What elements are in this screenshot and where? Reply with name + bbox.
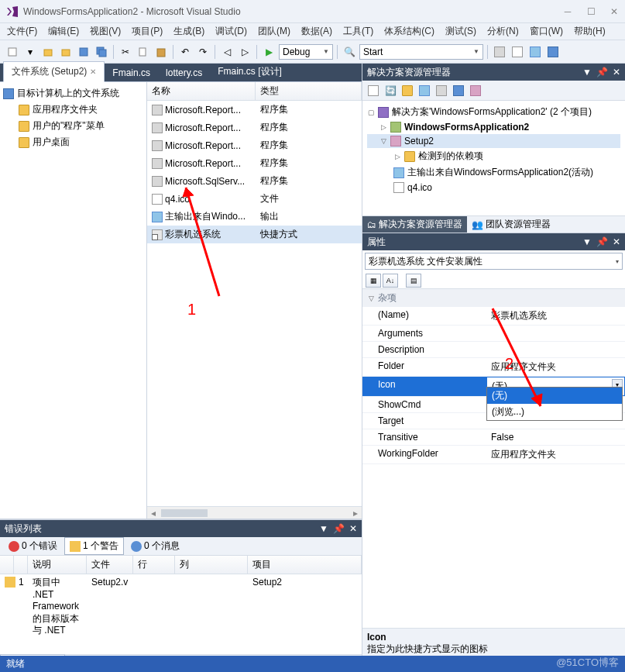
categorized-icon[interactable]: ▦	[366, 274, 381, 288]
fs-row[interactable]: q4.ico文件	[147, 190, 362, 208]
tb-icon-2[interactable]	[510, 44, 525, 60]
col-proj[interactable]: 项目	[248, 556, 362, 574]
pin-icon[interactable]: 📌	[333, 523, 345, 534]
sol-proj1[interactable]: ▷WindowsFormsApplication2	[367, 120, 620, 134]
copy-icon[interactable]	[136, 44, 151, 60]
minimize-button[interactable]: ─	[563, 6, 572, 17]
fs-folder-programs[interactable]: 用户的"程序"菜单	[3, 118, 143, 134]
tab-filesystem[interactable]: 文件系统 (Setup2)✕	[3, 61, 105, 82]
tb-icon-1[interactable]	[492, 44, 507, 60]
menu-test[interactable]: 测试(S)	[441, 23, 480, 40]
menu-analyze[interactable]: 分析(N)	[483, 23, 523, 40]
pin-icon[interactable]: 📌	[596, 67, 608, 78]
menu-tools[interactable]: 工具(T)	[339, 23, 377, 40]
se-diagram-icon[interactable]	[468, 83, 483, 98]
fs-folder-app[interactable]: 应用程序文件夹	[3, 102, 143, 118]
close-icon[interactable]: ✕	[90, 67, 96, 76]
pin-icon[interactable]: 📌	[596, 236, 608, 247]
fs-folder-desktop[interactable]: 用户桌面	[3, 134, 143, 150]
sol-output[interactable]: 主输出来自WindowsFormsApplication2(活动)	[367, 164, 620, 181]
new-item-icon[interactable]: ▾	[22, 44, 38, 60]
paste-icon[interactable]	[153, 44, 169, 60]
setab-solution[interactable]: 🗂解决方案资源管理器	[362, 216, 467, 233]
find-icon[interactable]: 🔍	[342, 44, 357, 60]
col-line[interactable]: 行	[133, 556, 175, 574]
fs-row[interactable]: 彩票机选系统快捷方式	[147, 226, 362, 243]
fs-row[interactable]: Microsoft.Report...程序集	[147, 136, 362, 154]
alphabetical-icon[interactable]: A↓	[383, 274, 398, 288]
close-button[interactable]: ✕	[610, 6, 619, 17]
add-item-icon[interactable]	[40, 44, 56, 60]
col-col[interactable]: 列	[175, 556, 248, 574]
config-combo[interactable]: Debug▼	[279, 44, 333, 60]
sol-proj2[interactable]: ▽Setup2	[367, 134, 620, 148]
fs-root-node[interactable]: 目标计算机上的文件系统	[3, 85, 143, 102]
fs-row[interactable]: Microsoft.Report...程序集	[147, 119, 362, 136]
props-category[interactable]: ▽杂项	[362, 289, 625, 307]
filter-warnings[interactable]: 1 个警告	[64, 537, 124, 555]
save-all-icon[interactable]	[94, 44, 109, 60]
save-icon[interactable]	[76, 44, 91, 60]
fs-row[interactable]: Microsoft.Report...程序集	[147, 101, 362, 119]
col-name[interactable]: 名称	[147, 82, 256, 100]
prop-row-name[interactable]: (Name)彩票机选系统	[362, 307, 625, 326]
filter-errors[interactable]: 0 个错误	[3, 537, 63, 555]
cut-icon[interactable]: ✂	[118, 44, 133, 60]
start-icon[interactable]: ▶	[261, 44, 276, 60]
undo-icon[interactable]: ↶	[177, 44, 193, 60]
menu-data[interactable]: 数据(A)	[297, 23, 336, 40]
nav-fwd-icon[interactable]: ▷	[237, 44, 252, 60]
prop-row-arguments[interactable]: Arguments	[362, 326, 625, 342]
menu-project[interactable]: 项目(P)	[128, 23, 167, 40]
menu-debug[interactable]: 调试(D)	[211, 23, 251, 40]
maximize-button[interactable]: ☐	[586, 6, 596, 17]
tab-fmain-design[interactable]: Fmain.cs [设计]	[210, 62, 290, 81]
tab-fmain[interactable]: Fmain.cs	[105, 64, 158, 81]
se-home-icon[interactable]	[366, 83, 381, 98]
se-refresh-icon[interactable]: 🔄	[383, 83, 398, 98]
fs-tree[interactable]: 目标计算机上的文件系统 应用程序文件夹 用户的"程序"菜单 用户桌面	[0, 82, 147, 519]
setab-team[interactable]: 👥团队资源管理器	[467, 216, 555, 233]
sol-deps[interactable]: ▷检测到的依赖项	[367, 148, 620, 164]
dropdown-item[interactable]: (浏览...)	[487, 404, 622, 420]
nav-back-icon[interactable]: ◁	[219, 44, 235, 60]
dropdown-icon[interactable]: ▼	[319, 523, 328, 534]
menu-file[interactable]: 文件(F)	[3, 23, 41, 40]
menu-arch[interactable]: 体系结构(C)	[380, 23, 438, 40]
dropdown-item[interactable]: (无)	[487, 388, 622, 404]
dropdown-icon[interactable]: ▼	[582, 67, 592, 78]
menu-window[interactable]: 窗口(W)	[526, 23, 567, 40]
scrollbar-h[interactable]: ◂▸	[147, 506, 362, 519]
platform-combo[interactable]: Start▼	[359, 44, 483, 60]
sol-ico[interactable]: q4.ico	[367, 181, 620, 195]
prop-row-transitive[interactable]: TransitiveFalse	[362, 429, 625, 446]
menu-help[interactable]: 帮助(H)	[570, 23, 610, 40]
fs-row[interactable]: Microsoft.Report...程序集	[147, 154, 362, 172]
icon-dropdown[interactable]: (无)(浏览...)	[486, 387, 623, 421]
redo-icon[interactable]: ↷	[195, 44, 211, 60]
se-showall-icon[interactable]	[400, 83, 415, 98]
dropdown-icon[interactable]: ▼	[582, 236, 592, 247]
error-row[interactable]: 1 项目中 .NET Framework 的目标版本与 .NET Setup2.…	[0, 574, 362, 639]
menu-team[interactable]: 团队(M)	[254, 23, 294, 40]
menu-build[interactable]: 生成(B)	[170, 23, 208, 40]
prop-row-workingfolder[interactable]: WorkingFolder应用程序文件夹	[362, 446, 625, 464]
open-icon[interactable]	[58, 44, 74, 60]
se-code-icon[interactable]	[434, 83, 449, 98]
filter-messages[interactable]: 0 个消息	[125, 537, 185, 555]
prop-row-folder[interactable]: Folder应用程序文件夹	[362, 358, 625, 377]
tb-icon-4[interactable]	[545, 44, 561, 60]
new-project-icon[interactable]	[5, 44, 20, 60]
fs-row[interactable]: 主输出来自Windo...输出	[147, 208, 362, 226]
close-icon[interactable]: ✕	[349, 523, 357, 534]
se-properties-icon[interactable]	[417, 83, 432, 98]
menu-view[interactable]: 视图(V)	[86, 23, 125, 40]
tab-lottery[interactable]: lottery.cs	[158, 64, 210, 81]
menu-edit[interactable]: 编辑(E)	[44, 23, 83, 40]
col-desc[interactable]: 说明	[28, 556, 87, 574]
col-type[interactable]: 类型	[256, 82, 362, 100]
close-icon[interactable]: ✕	[613, 236, 620, 247]
property-pages-icon[interactable]: ▤	[406, 274, 421, 288]
se-view-icon[interactable]	[451, 83, 466, 98]
sol-root[interactable]: ▢解决方案'WindowsFormsApplication2' (2 个项目)	[367, 104, 620, 120]
